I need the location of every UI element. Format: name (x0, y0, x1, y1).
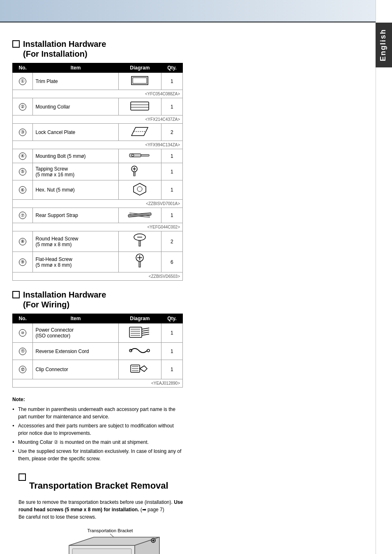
svg-point-45 (147, 349, 150, 352)
item-qty: 6 (161, 252, 182, 272)
col-header-qty: Qty. (161, 63, 182, 73)
checkbox-icon-2 (12, 291, 20, 298)
part-code: <YFX994C134ZA> (13, 141, 183, 149)
list-item: The number in parenthesis underneath eac… (12, 406, 183, 420)
wiring-hw-title: Installation Hardware(For Wiring) (23, 290, 106, 309)
col-header-diagram: Diagram (118, 314, 161, 323)
svg-rect-8 (141, 155, 149, 156)
transport-desc: Be sure to remove the transportation bra… (18, 499, 193, 521)
item-name: Reverse Extension Cord (33, 343, 118, 360)
item-diagram (118, 231, 161, 252)
part-code: <YEAJ012890> (13, 379, 183, 388)
svg-line-43 (142, 334, 149, 335)
checkbox-icon (12, 40, 20, 48)
svg-line-42 (142, 332, 149, 333)
item-number: ⑧ (19, 238, 26, 245)
part-code: <ZZBISVD6503> (13, 272, 183, 281)
left-column: Installation Hardware(For Installation) … (12, 31, 189, 464)
item-number: ⑤ (19, 168, 26, 175)
item-diagram (118, 98, 161, 115)
part-code-row: <YFX994C134ZA> (13, 141, 183, 149)
item-diagram (118, 360, 161, 379)
item-qty: 2 (161, 231, 182, 252)
table-row: ③ Lock Cancel Plate 2 (13, 124, 183, 141)
part-code-row: <YEAJ012890> (13, 379, 183, 388)
col-header-no: No. (13, 314, 33, 323)
table-row: ⑨ Flat-Head Screw(5 mmø x 8 mm) (13, 252, 183, 272)
table-row: ⑩ Power Connector(ISO connector) (13, 323, 183, 343)
install-hw-title: Installation Hardware(For Installation) (23, 39, 106, 59)
svg-rect-56 (72, 549, 131, 554)
item-name: Round Head Screw(5 mmø x 8 mm) (33, 231, 118, 252)
col-header-qty: Qty. (161, 314, 182, 323)
note-title: Note: (12, 396, 183, 403)
list-item: Mounting Collar ② is mounted on the main… (12, 439, 183, 446)
list-item: Accessories and their parts numbers are … (12, 422, 183, 437)
item-number: ④ (19, 152, 26, 160)
item-qty: 1 (161, 98, 182, 115)
item-number: ⑦ (19, 212, 26, 219)
table-row: ⑪ Reverse Extension Cord 1 (13, 343, 183, 360)
svg-rect-2 (131, 102, 149, 110)
item-qty: 1 (161, 360, 182, 379)
item-diagram (118, 208, 161, 223)
install-hw-table: No. Item Diagram Qty. ① Trim Plate (12, 63, 183, 281)
item-number: ③ (19, 129, 26, 136)
language-tab: English (376, 23, 392, 67)
item-qty: 1 (161, 180, 182, 200)
part-code-row: <ZZBISVD7001A> (13, 200, 183, 208)
col-header-diagram: Diagram (118, 63, 161, 73)
item-diagram (118, 149, 161, 163)
item-qty: 1 (161, 163, 182, 180)
right-column: Transportation Bracket Removal Be sure t… (12, 464, 193, 554)
transport-title: Transportation Bracket Removal (29, 480, 168, 491)
item-number: ⑥ (19, 186, 26, 194)
item-qty: 1 (161, 73, 182, 90)
part-code: <YFC054C088ZA> (13, 90, 183, 98)
item-diagram (118, 73, 161, 90)
note-section: Note: The number in parenthesis undernea… (12, 396, 183, 462)
item-name: Tapping Screw(5 mmø x 16 mm) (33, 163, 118, 180)
item-name: Hex. Nut (5 mmø) (33, 180, 118, 200)
install-hw-section-header: Installation Hardware(For Installation) (12, 39, 183, 59)
part-code: <YEFG044C002> (13, 223, 183, 231)
table-row: ① Trim Plate 1 (13, 73, 183, 90)
item-diagram (118, 252, 161, 272)
part-code-row: <YEFG044C002> (13, 223, 183, 231)
col-header-item: Item (33, 314, 118, 323)
item-diagram (118, 124, 161, 141)
item-name: Clip Connector (33, 360, 118, 379)
svg-marker-50 (140, 366, 147, 372)
item-diagram (118, 323, 161, 343)
transport-diagram-container: Transportation Bracket (18, 525, 193, 554)
top-decorative-bar (0, 0, 392, 23)
svg-rect-1 (133, 78, 147, 83)
svg-rect-7 (129, 154, 141, 157)
svg-text:Transportation Bracket: Transportation Bracket (87, 528, 133, 533)
item-name: Rear Support Strap (33, 208, 118, 223)
table-row: ⑧ Round Head Screw(5 mmø x 8 mm) 2 (13, 231, 183, 252)
item-number: ⑩ (19, 329, 26, 337)
item-diagram (118, 180, 161, 200)
note-list: The number in parenthesis underneath eac… (12, 406, 183, 462)
part-code: <YFX214C437ZA> (13, 115, 183, 124)
item-name: Trim Plate (33, 73, 118, 90)
table-row: ⑤ Tapping Screw(5 mmø x 16 mm) 1 (13, 163, 183, 180)
part-code-row: <YFX214C437ZA> (13, 115, 183, 124)
item-qty: 1 (161, 149, 182, 163)
table-row: ⑥ Hex. Nut (5 mmø) 1 (13, 180, 183, 200)
item-qty: 2 (161, 124, 182, 141)
item-name: Lock Cancel Plate (33, 124, 118, 141)
svg-line-41 (142, 330, 149, 331)
wiring-hw-table: No. Item Diagram Qty. ⑩ Power Connector(… (12, 314, 183, 388)
list-item: Use the supplied screws for installation… (12, 448, 183, 462)
item-name: Mounting Collar (33, 98, 118, 115)
item-name: Mounting Bolt (5 mmø) (33, 149, 118, 163)
item-diagram (118, 343, 161, 360)
transport-section-header: Transportation Bracket Removal (18, 472, 193, 494)
table-row: ④ Mounting Bolt (5 mmø) 1 (13, 149, 183, 163)
item-number: ⑫ (19, 366, 26, 373)
transport-diagram: Transportation Bracket (28, 525, 184, 554)
col-header-item: Item (33, 63, 118, 73)
col-header-no: No. (13, 63, 33, 73)
